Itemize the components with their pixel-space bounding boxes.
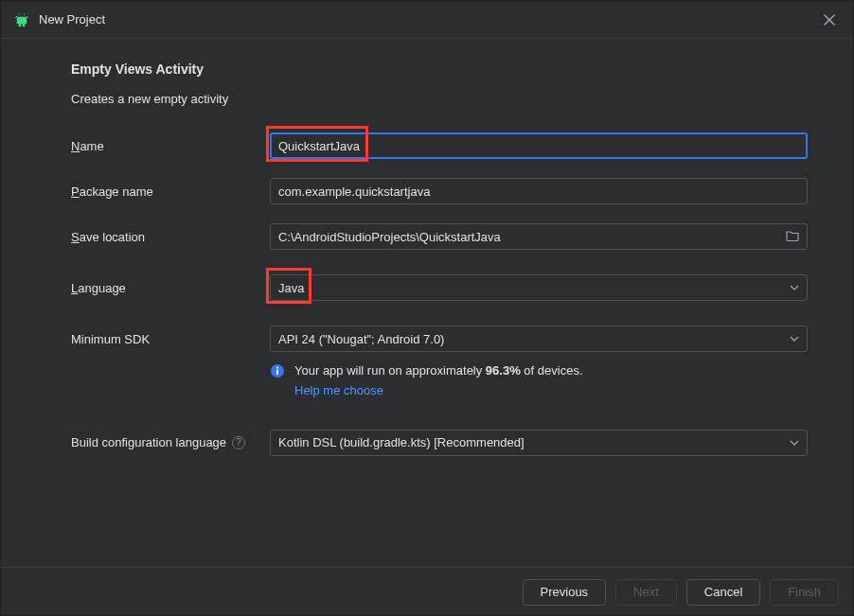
chevron-down-icon xyxy=(790,334,799,343)
finish-button: Finish xyxy=(770,579,839,606)
previous-button[interactable]: Previous xyxy=(523,579,607,606)
next-button: Next xyxy=(615,579,677,606)
package-input[interactable] xyxy=(270,178,808,204)
svg-rect-0 xyxy=(17,17,27,23)
row-save-location: Save location xyxy=(71,223,808,250)
build-lang-select[interactable]: Kotlin DSL (build.gradle.kts) [Recommend… xyxy=(270,430,808,456)
row-build-lang: Build configuration language ? Kotlin DS… xyxy=(71,430,808,456)
save-location-input[interactable] xyxy=(278,230,780,244)
svg-rect-3 xyxy=(276,370,278,376)
row-language: Language Java xyxy=(71,274,808,301)
row-minimum-sdk: Minimum SDK API 24 ("Nougat"; Android 7.… xyxy=(71,326,808,352)
info-icon xyxy=(270,363,285,378)
page-heading: Empty Views Activity xyxy=(71,62,808,77)
label-name: Name xyxy=(71,139,270,153)
window-title: New Project xyxy=(39,12,819,26)
chevron-down-icon xyxy=(790,283,799,292)
language-select[interactable]: Java xyxy=(270,274,808,301)
label-language: Language xyxy=(71,281,270,295)
label-minimum-sdk: Minimum SDK xyxy=(71,332,270,346)
page-subtitle: Creates a new empty activity xyxy=(71,92,808,106)
dialog-content: Empty Views Activity Creates a new empty… xyxy=(1,39,853,456)
svg-point-2 xyxy=(276,367,278,369)
close-icon[interactable] xyxy=(819,9,840,30)
app-icon xyxy=(14,12,29,27)
minimum-sdk-hint: Your app will run on approximately 96.3%… xyxy=(270,361,808,401)
help-me-choose-link[interactable]: Help me choose xyxy=(294,383,383,397)
row-name: Name xyxy=(71,132,808,159)
cancel-button[interactable]: Cancel xyxy=(686,579,760,606)
help-icon[interactable]: ? xyxy=(232,436,245,449)
chevron-down-icon xyxy=(790,438,799,448)
minimum-sdk-select[interactable]: API 24 ("Nougat"; Android 7.0) xyxy=(270,326,808,352)
label-build-lang: Build configuration language ? xyxy=(71,435,270,449)
label-save-location: Save location xyxy=(71,230,270,244)
titlebar: New Project xyxy=(1,1,853,39)
dialog-footer: Previous Next Cancel Finish xyxy=(0,567,854,616)
name-input[interactable] xyxy=(270,132,808,159)
row-package: Package name xyxy=(71,178,808,204)
label-package: Package name xyxy=(71,185,270,199)
hint-text: Your app will run on approximately 96.3%… xyxy=(294,361,583,401)
browse-folder-icon[interactable] xyxy=(786,230,799,244)
